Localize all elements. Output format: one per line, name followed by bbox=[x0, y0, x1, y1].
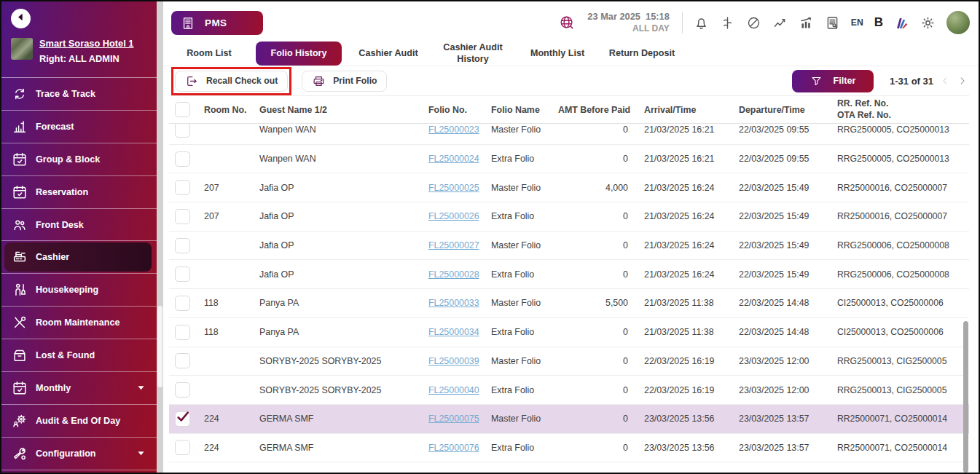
row-checkbox[interactable] bbox=[175, 296, 190, 311]
folio-link[interactable]: FL25000040 bbox=[428, 385, 479, 395]
folio-link[interactable]: FL25000027 bbox=[428, 240, 479, 250]
table-row[interactable]: Jafia OP FL25000027 Master Folio 0 21/03… bbox=[169, 232, 969, 261]
sidebar-item-configuration[interactable]: Configuration bbox=[1, 438, 157, 470]
table-row[interactable]: 207 Jafia OP FL25000025 Master Folio 4,0… bbox=[169, 173, 969, 202]
report-icon[interactable] bbox=[825, 15, 840, 31]
cell-guest-name: GERMA SMF bbox=[259, 443, 428, 453]
folio-link[interactable]: FL25000024 bbox=[428, 154, 479, 164]
row-checkbox[interactable] bbox=[175, 151, 190, 167]
globe-icon[interactable] bbox=[559, 15, 575, 31]
row-checkbox[interactable] bbox=[175, 411, 190, 427]
pms-button[interactable]: PMS bbox=[171, 11, 263, 35]
folio-link[interactable]: FL25000039 bbox=[428, 356, 479, 366]
folio-link[interactable]: FL25000025 bbox=[428, 183, 479, 193]
row-checkbox[interactable] bbox=[175, 382, 190, 398]
top-bar: PMS 23 Mar 2025 15:18 ALL DAY EN B bbox=[163, 1, 979, 42]
row-checkbox[interactable] bbox=[175, 325, 190, 340]
hotel-rights-label: Right: ALL ADMIN bbox=[39, 53, 133, 64]
folio-link[interactable]: FL25000028 bbox=[428, 269, 479, 280]
cell-folio-name: Master Folio bbox=[491, 183, 558, 193]
sidebar-item-cashier[interactable]: Cashier bbox=[1, 241, 157, 274]
col-room-no: Room No. bbox=[204, 105, 259, 115]
sidebar-item-front-desk[interactable]: Front Desk bbox=[1, 209, 157, 242]
table-row[interactable]: SORYBY-2025 SORYBY-2025 FL25000039 Maste… bbox=[169, 347, 969, 376]
tab-room-list[interactable]: Room List bbox=[171, 48, 247, 59]
datetime-display: 23 Mar 2025 15:18 ALL DAY bbox=[587, 11, 669, 34]
cell-guest-name: Jafia OP bbox=[259, 183, 428, 193]
filter-label: Filter bbox=[834, 76, 856, 86]
row-checkbox[interactable] bbox=[175, 180, 190, 195]
tab-folio-history[interactable]: Folio History bbox=[256, 42, 342, 66]
sidebar-item-housekeeping[interactable]: Housekeeping bbox=[1, 274, 157, 307]
table-row[interactable]: SORYBY-2025 SORYBY-2025 FL25000040 Extra… bbox=[169, 376, 969, 405]
cell-guest-name: SORYBY-2025 SORYBY-2025 bbox=[259, 356, 428, 366]
row-checkbox[interactable] bbox=[175, 440, 190, 455]
cell-amt-before-paid: 0 bbox=[558, 154, 644, 164]
page-previous-button[interactable] bbox=[939, 75, 951, 87]
row-checkbox[interactable] bbox=[175, 124, 190, 138]
cell-amt-before-paid: 0 bbox=[558, 327, 644, 337]
sidebar-item-label: Trace & Track bbox=[36, 89, 95, 99]
folio-link[interactable]: FL25000075 bbox=[428, 414, 479, 424]
cell-ref-no: RR25000071, CO25000014 bbox=[837, 414, 969, 424]
row-checkbox[interactable] bbox=[175, 209, 190, 224]
gear-person-icon bbox=[12, 413, 28, 429]
user-avatar[interactable] bbox=[946, 11, 970, 34]
table-scrollbar-thumb[interactable] bbox=[963, 321, 968, 473]
cell-arrival-time: 21/03/2025 16:24 bbox=[644, 240, 739, 250]
sidebar-item-reservation[interactable]: Reservation bbox=[1, 176, 157, 209]
select-all-checkbox[interactable] bbox=[175, 102, 190, 117]
notification-bell-icon[interactable] bbox=[694, 15, 709, 31]
sidebar-collapse-button[interactable] bbox=[11, 9, 31, 28]
bold-toggle[interactable]: B bbox=[874, 15, 883, 30]
sidebar-item-monthly[interactable]: Monthly bbox=[1, 372, 157, 405]
cell-ref-no: RRG2500005, CO25000013 bbox=[837, 154, 969, 164]
table-row[interactable]: 118 Panya PA FL25000034 Extra Folio 0 21… bbox=[169, 318, 969, 347]
language-selector[interactable]: EN bbox=[851, 17, 863, 28]
block-icon[interactable] bbox=[746, 15, 761, 31]
gear-icon[interactable] bbox=[920, 15, 936, 31]
row-checkbox[interactable] bbox=[175, 266, 190, 282]
folio-link[interactable]: FL25000023 bbox=[428, 125, 479, 135]
table-row[interactable]: Wanpen WAN FL25000023 Master Folio 0 21/… bbox=[169, 124, 969, 145]
hotel-name-link[interactable]: Smart Soraso Hotel 1 bbox=[39, 38, 133, 49]
filter-button[interactable]: Filter bbox=[792, 70, 874, 92]
cell-departure-time: 22/03/2025 15:49 bbox=[739, 240, 837, 250]
sidebar-item-trace-track[interactable]: Trace & Track bbox=[1, 78, 157, 111]
table-row[interactable]: Wanpen WAN FL25000024 Extra Folio 0 21/0… bbox=[169, 145, 969, 174]
row-checkbox[interactable] bbox=[175, 353, 190, 368]
table-row[interactable]: 207 Jafia OP FL25000026 Extra Folio 0 21… bbox=[169, 202, 969, 232]
table-row[interactable]: 224 GERMA SMF FL25000075 Master Folio 0 … bbox=[169, 405, 969, 434]
cell-amt-before-paid: 0 bbox=[558, 211, 644, 221]
sidebar-scrollbar-thumb[interactable] bbox=[157, 306, 162, 387]
branch-icon[interactable] bbox=[720, 15, 735, 31]
folio-link[interactable]: FL25000034 bbox=[428, 327, 479, 337]
tab-return-deposit[interactable]: Return Deposit bbox=[604, 48, 680, 59]
folio-link[interactable]: FL25000026 bbox=[428, 211, 479, 221]
col-folio-name: Folio Name bbox=[491, 105, 558, 115]
folio-link[interactable]: FL25000033 bbox=[428, 298, 479, 308]
table-row[interactable]: 118 Panya PA FL25000033 Master Folio 5,5… bbox=[169, 289, 969, 318]
theme-palette-icon[interactable] bbox=[894, 15, 909, 31]
sidebar-item-forecast[interactable]: Forecast bbox=[1, 111, 157, 143]
cell-ref-no: RR25000016, CO25000007 bbox=[837, 211, 969, 221]
print-folio-button[interactable]: Print Folio bbox=[302, 71, 387, 92]
tab-cashier-audit-history[interactable]: Cashier Audit History bbox=[435, 42, 511, 64]
divider bbox=[682, 12, 683, 33]
sidebar-item-audit-end-of-day[interactable]: Audit & End Of Day bbox=[1, 405, 157, 438]
table-row[interactable]: Jafia OP FL25000028 Extra Folio 0 21/03/… bbox=[169, 260, 969, 289]
line-chart-icon[interactable] bbox=[772, 15, 788, 31]
tab-monthly-list[interactable]: Monthly List bbox=[520, 48, 595, 59]
folio-link[interactable]: FL25000076 bbox=[428, 443, 479, 453]
bar-stats-icon[interactable] bbox=[799, 15, 814, 31]
sidebar-item-lost-found[interactable]: Lost & Found bbox=[1, 339, 157, 372]
row-checkbox[interactable] bbox=[175, 238, 190, 253]
recall-check-out-button[interactable]: Recall Check out bbox=[175, 71, 288, 92]
sidebar-item-label: Front Desk bbox=[36, 220, 84, 230]
tab-cashier-audit[interactable]: Cashier Audit bbox=[350, 48, 426, 59]
table-row[interactable]: 224 GERMA SMF FL25000076 Extra Folio 0 2… bbox=[169, 434, 969, 463]
sidebar-item-group-block[interactable]: Group & Block bbox=[1, 143, 157, 176]
sidebar-item-room-maintenance[interactable]: Room Maintenance bbox=[1, 307, 157, 339]
page-next-button[interactable] bbox=[957, 75, 968, 87]
cell-arrival-time: 21/03/2025 16:21 bbox=[644, 154, 739, 164]
